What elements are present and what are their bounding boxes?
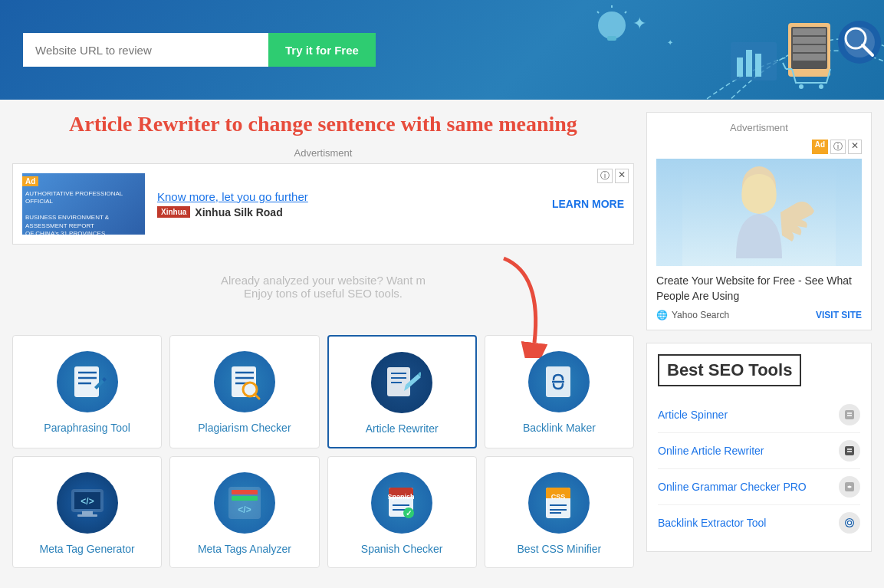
ad-tag: Ad <box>22 176 38 186</box>
svg-rect-46 <box>232 490 258 494</box>
seo-tool-link-2: Online Grammar Checker PRO <box>658 481 807 493</box>
seo-tool-item-0[interactable]: Article Spinner <box>658 397 860 433</box>
ad-image: Ad AUTHORITATIVE PROFESSIONALOFFICIALBUS… <box>22 173 145 235</box>
seo-tool-icon-3 <box>839 512 860 534</box>
ad-close-icon[interactable]: ✕ <box>615 169 629 183</box>
red-arrow <box>481 251 573 360</box>
sidebar-ad-image <box>656 159 862 266</box>
page-title: Article Rewriter to change sentence with… <box>12 112 634 136</box>
globe-icon: 🌐 <box>656 310 668 320</box>
ad-controls: ⓘ ✕ <box>597 169 629 183</box>
svg-rect-43 <box>82 511 93 514</box>
seo-tool-icon-2 <box>839 476 860 498</box>
svg-line-17 <box>783 63 786 69</box>
sidebar-ad-source-text: Yahoo Search <box>672 310 729 320</box>
spanish-icon: Spanish ✓ <box>371 472 432 534</box>
tool-card-metatag[interactable]: </> Meta Tag Generator <box>12 456 162 568</box>
left-content: Article Rewriter to change sentence with… <box>12 112 634 568</box>
rewriter-label: Article Rewriter <box>337 422 468 435</box>
try-button[interactable]: Try it for Free <box>268 33 376 67</box>
ad-brand: Xinhua Xinhua Silk Road <box>157 206 552 218</box>
svg-point-75 <box>848 521 851 524</box>
svg-rect-1 <box>737 57 743 77</box>
svg-line-22 <box>625 11 626 13</box>
plagiarism-icon <box>214 351 275 412</box>
sidebar-ad-footer: 🌐 Yahoo Search VISIT SITE <box>656 310 862 320</box>
sidebar-ad: Advertisment Ad ⓘ ✕ <box>646 112 872 330</box>
metatag-icon: </> <box>57 472 118 534</box>
sidebar-ad-image-svg <box>682 159 836 266</box>
css-label: Best CSS Minifier <box>493 543 626 555</box>
svg-point-15 <box>819 84 823 89</box>
tool-card-rewriter[interactable]: Article Rewriter <box>327 335 477 448</box>
svg-text:✓: ✓ <box>406 509 412 517</box>
svg-point-18 <box>598 11 626 39</box>
sidebar-ad-tag: Ad <box>812 140 828 154</box>
ad-brand-name: Xinhua Silk Road <box>195 206 282 218</box>
seo-tool-link-0: Article Spinner <box>658 409 728 421</box>
svg-rect-19 <box>607 36 616 41</box>
metaanalyzer-icon: </> <box>214 472 275 534</box>
ad-brand-logo: Xinhua <box>157 206 190 218</box>
svg-text:CSS: CSS <box>551 493 566 501</box>
svg-text:</>: </> <box>81 496 94 507</box>
svg-rect-24 <box>74 366 99 397</box>
ad-info-icon[interactable]: ⓘ <box>597 169 613 183</box>
svg-text:Spanish: Spanish <box>388 493 415 501</box>
ad-img-text: AUTHORITATIVE PROFESSIONALOFFICIALBUSINE… <box>22 187 145 235</box>
svg-line-21 <box>597 11 599 13</box>
main-container: Article Rewriter to change sentence with… <box>0 100 884 568</box>
sidebar-ad-label: Advertisment <box>656 122 862 133</box>
svg-rect-44 <box>77 514 97 517</box>
tool-card-plagiarism[interactable]: Plagiarism Checker <box>169 335 319 448</box>
tool-card-metaanalyzer[interactable]: </> Meta Tags Analyzer <box>169 456 319 568</box>
right-sidebar: Advertisment Ad ⓘ ✕ <box>634 112 872 568</box>
plagiarism-label: Plagiarism Checker <box>178 422 311 434</box>
paraphrasing-label: Paraphrasing Tool <box>21 422 153 434</box>
sidebar-ad-close-icon[interactable]: ✕ <box>848 140 862 154</box>
promo-area: Already analyzed your website? Want m En… <box>12 258 634 327</box>
tool-card-paraphrasing[interactable]: Paraphrasing Tool <box>12 335 162 448</box>
seo-tools-box: Best SEO Tools Article Spinner Online Ar… <box>646 343 872 552</box>
rewriter-icon <box>371 352 432 413</box>
backlink-icon <box>528 351 590 412</box>
metaanalyzer-label: Meta Tags Analyzer <box>178 543 311 555</box>
ad-learn-more[interactable]: LEARN MORE <box>552 198 624 210</box>
sidebar-ad-info-icon[interactable]: ⓘ <box>830 140 846 154</box>
backlink-label: Backlink Maker <box>493 422 626 434</box>
tool-card-spanish[interactable]: Spanish ✓ Spanish Checker <box>327 456 477 568</box>
seo-tools-title: Best SEO Tools <box>658 354 801 386</box>
svg-rect-3 <box>755 54 761 77</box>
seo-tool-item-3[interactable]: Backlink Extractor Tool <box>658 505 860 540</box>
header-search-area: Try it for Free <box>23 33 376 67</box>
svg-rect-2 <box>746 50 752 77</box>
sidebar-ad-source: 🌐 Yahoo Search <box>656 310 729 320</box>
svg-rect-66 <box>845 410 854 419</box>
spanish-label: Spanish Checker <box>336 543 468 555</box>
tool-card-css[interactable]: CSS Best CSS Minifier <box>485 456 634 568</box>
ad-link[interactable]: Know more, let you go further <box>157 190 552 203</box>
ad-label-top: Advertisment <box>12 147 634 159</box>
lightbulb-icon <box>593 4 631 57</box>
paraphrasing-icon <box>57 351 118 412</box>
seo-tool-icon-1 <box>839 440 860 462</box>
seo-tool-link-1: Online Article Rewriter <box>658 445 764 457</box>
sidebar-ad-text: Create Your Website for Free - See What … <box>656 274 862 304</box>
svg-rect-8 <box>793 45 826 52</box>
ad-content: Know more, let you go further Xinhua Xin… <box>157 190 552 218</box>
seo-tool-icon-0 <box>839 404 860 425</box>
sidebar-visit-btn[interactable]: VISIT SITE <box>816 310 862 320</box>
seo-tool-item-1[interactable]: Online Article Rewriter <box>658 433 860 469</box>
svg-point-14 <box>799 84 803 89</box>
metatag-label: Meta Tag Generator <box>21 543 153 555</box>
tool-grid: Paraphrasing Tool Plagiarism Checker <box>12 335 634 568</box>
seo-tool-link-3: Backlink Extractor Tool <box>658 517 766 529</box>
ad-banner-top: ⓘ ✕ Ad AUTHORITATIVE PROFESSIONALOFFICIA… <box>12 163 634 245</box>
svg-rect-69 <box>845 446 854 455</box>
svg-line-33 <box>255 394 259 399</box>
seo-tool-item-2[interactable]: Online Grammar Checker PRO <box>658 469 860 505</box>
header: Try it for Free ✦ ✦ <box>0 0 884 100</box>
url-input[interactable] <box>23 33 268 67</box>
svg-rect-6 <box>793 28 826 35</box>
svg-rect-9 <box>793 54 826 61</box>
